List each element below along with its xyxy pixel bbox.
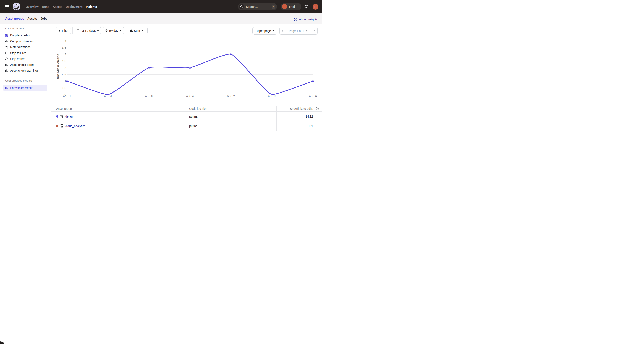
svg-text:Oct 3: Oct 3 xyxy=(63,95,71,98)
svg-text:Oct 6: Oct 6 xyxy=(186,95,194,98)
svg-text:1.5: 1.5 xyxy=(62,73,66,76)
svg-text:2: 2 xyxy=(64,67,66,70)
svg-text:0.5: 0.5 xyxy=(62,87,66,90)
svg-text:Oct 9: Oct 9 xyxy=(309,95,317,98)
svg-text:Oct 5: Oct 5 xyxy=(145,95,153,98)
svg-text:3.5: 3.5 xyxy=(62,47,66,50)
svg-text:Oct 4: Oct 4 xyxy=(104,95,112,98)
svg-text:2.5: 2.5 xyxy=(62,60,66,63)
svg-text:4: 4 xyxy=(64,40,66,43)
svg-text:3: 3 xyxy=(64,53,66,56)
svg-text:Oct 7: Oct 7 xyxy=(227,95,235,98)
svg-text:Snowflake credits: Snowflake credits xyxy=(56,54,60,79)
svg-text:1: 1 xyxy=(64,80,66,83)
svg-text:Oct 8: Oct 8 xyxy=(268,95,276,98)
